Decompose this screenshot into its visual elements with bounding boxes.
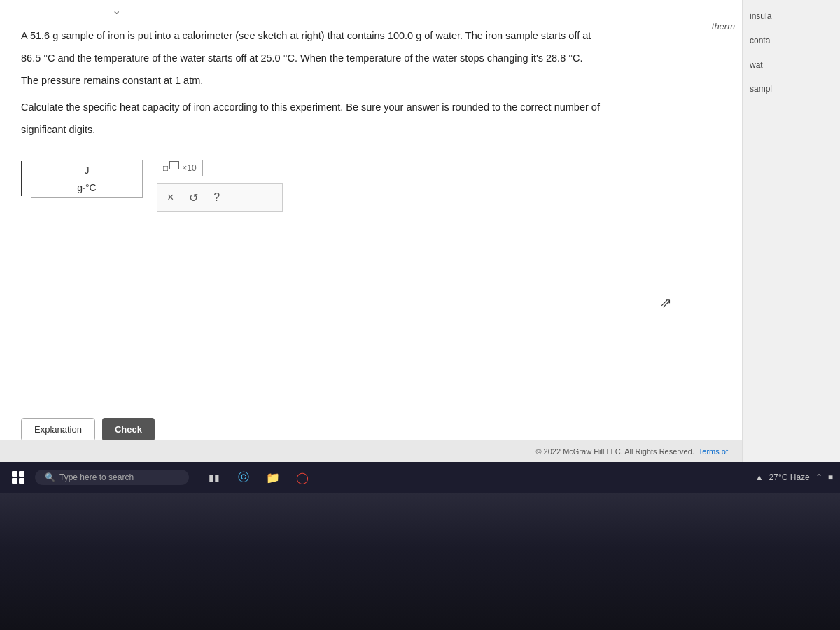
exponent-box[interactable]	[169, 161, 179, 169]
windows-taskbar: 🔍 Type here to search ▮▮ ⓒ 📁 ◯ ▲	[0, 462, 840, 493]
chrome-icon: ◯	[296, 471, 309, 484]
problem-line5: significant digits.	[21, 124, 95, 135]
content-area: ⌄ therm A 51.6 g sample of iron is put i…	[0, 0, 840, 462]
explanation-button[interactable]: Explanation	[21, 418, 95, 441]
bottom-buttons: Explanation Check	[21, 418, 155, 441]
cursor-arrow-icon: ⇗	[660, 294, 672, 311]
partial-section-label: therm	[712, 21, 735, 31]
edge-browser-button[interactable]: ⓒ	[231, 465, 256, 490]
undo-button[interactable]: ↺	[186, 190, 201, 206]
sidebar-item-wat: wat	[750, 59, 833, 71]
check-button[interactable]: Check	[102, 418, 155, 441]
chrome-button[interactable]: ◯	[290, 465, 315, 490]
taskview-icon: ▮▮	[209, 472, 220, 483]
taskbar-chevron-icon[interactable]: ⌃	[816, 472, 822, 482]
edge-icon: ⓒ	[238, 470, 249, 485]
win-sq-4	[19, 478, 24, 484]
text-cursor	[21, 161, 22, 196]
problem-text: A 51.6 g sample of iron is put into a ca…	[21, 28, 721, 139]
close-button[interactable]: ×	[164, 190, 176, 205]
windows-logo-icon	[12, 471, 24, 484]
problem-line3: The pressure remains constant at 1 atm.	[21, 75, 203, 86]
laptop-bottom-bezel: acer FULL HD ◀ 1080 ▶	[0, 493, 840, 630]
sidebar-item-insula: insula	[750, 10, 833, 22]
taskbar-search-bar[interactable]: 🔍 Type here to search	[35, 470, 189, 485]
problem-line1: A 51.6 g sample of iron is put into a ca…	[21, 30, 591, 41]
taskview-button[interactable]: ▮▮	[202, 465, 227, 490]
taskbar-search-text: Type here to search	[59, 472, 134, 482]
right-sidebar-panel: insula conta wat sampl	[742, 0, 840, 462]
win-sq-1	[12, 471, 18, 477]
chevron-down-icon[interactable]: ⌄	[112, 4, 121, 17]
fraction-box[interactable]: J g·°C	[31, 160, 143, 198]
help-button[interactable]: ?	[211, 190, 223, 205]
exponent-input[interactable]: □ ×10	[157, 160, 203, 176]
taskbar-search-icon: 🔍	[45, 472, 55, 482]
fraction-numerator[interactable]: J	[52, 164, 121, 179]
fraction-denominator[interactable]: g·°C	[52, 179, 121, 193]
times-x10-label: □	[163, 163, 168, 173]
file-explorer-button[interactable]: 📁	[260, 465, 286, 490]
problem-line2: 86.5 °C and the temperature of the water…	[21, 52, 583, 64]
folder-icon: 📁	[266, 471, 280, 484]
sidebar-item-conta: conta	[750, 35, 833, 47]
sidebar-item-sampl: sampl	[750, 83, 833, 95]
exponent-superscript	[169, 160, 179, 169]
terms-link[interactable]: Terms of	[699, 447, 728, 456]
answer-area: J g·°C □ ×10 ×	[21, 160, 721, 212]
taskbar-arrow-up-icon[interactable]: ▲	[755, 472, 764, 482]
scientific-notation-box: □ ×10 × ↺ ?	[157, 160, 283, 212]
fraction-input-container: J g·°C	[21, 160, 143, 198]
action-buttons-row: × ↺ ?	[157, 183, 283, 212]
x10-label: ×10	[182, 163, 196, 173]
windows-start-button[interactable]	[7, 466, 29, 489]
laptop-screen: ⌄ therm A 51.6 g sample of iron is put i…	[0, 0, 840, 546]
copyright-text: © 2022 McGraw Hill LLC. All Rights Reser…	[536, 447, 694, 456]
copyright-bar: © 2022 McGraw Hill LLC. All Rights Reser…	[0, 440, 742, 462]
problem-line4: Calculate the specific heat capacity of …	[21, 102, 600, 113]
win-sq-2	[19, 471, 24, 477]
weather-temp: 27°C Haze	[769, 472, 810, 482]
taskbar-apps: ▮▮ ⓒ 📁 ◯	[202, 465, 315, 490]
taskbar-notification-icon[interactable]: ■	[828, 472, 833, 482]
taskbar-right-area: ▲ 27°C Haze ⌃ ■	[755, 472, 833, 482]
win-sq-3	[12, 478, 18, 484]
main-panel: ⌄ therm A 51.6 g sample of iron is put i…	[0, 0, 742, 462]
